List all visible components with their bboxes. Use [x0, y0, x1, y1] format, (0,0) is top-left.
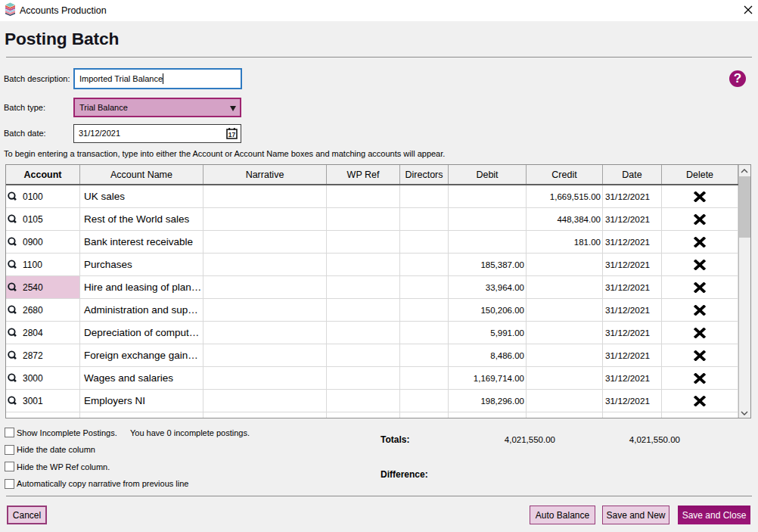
svg-text:17: 17 [228, 130, 236, 138]
